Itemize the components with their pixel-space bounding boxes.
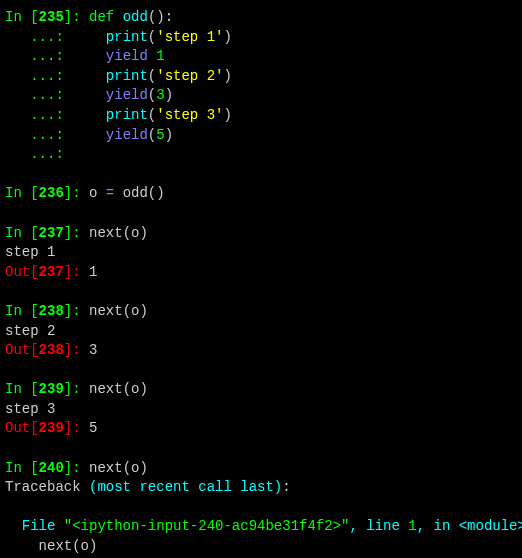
continuation-line: ...:	[5, 145, 517, 165]
continuation-line: ...: print('step 2')	[5, 67, 517, 87]
continuation-line: ...: yield(5)	[5, 126, 517, 146]
blank-line	[5, 361, 517, 381]
output-line: Out[237]: 1	[5, 263, 517, 283]
input-line: In [240]: next(o)	[5, 459, 517, 479]
output-line: Out[239]: 5	[5, 419, 517, 439]
blank-line	[5, 282, 517, 302]
continuation-line: ...: print('step 1')	[5, 28, 517, 48]
blank-line	[5, 204, 517, 224]
stdout-line: step 2	[5, 322, 517, 342]
input-line: In [238]: next(o)	[5, 302, 517, 322]
input-line: In [235]: def odd():	[5, 8, 517, 28]
input-line: In [237]: next(o)	[5, 224, 517, 244]
continuation-line: ...: print('step 3')	[5, 106, 517, 126]
blank-line	[5, 439, 517, 459]
blank-line	[5, 498, 517, 518]
terminal-output: In [235]: def odd(): ...: print('step 1'…	[5, 8, 517, 558]
output-line: Out[238]: 3	[5, 341, 517, 361]
continuation-line: ...: yield 1	[5, 47, 517, 67]
traceback-code-line: next(o)	[5, 537, 517, 557]
continuation-line: ...: yield(3)	[5, 86, 517, 106]
blank-line	[5, 165, 517, 185]
stdout-line: step 1	[5, 243, 517, 263]
traceback-file-line: File "<ipython-input-240-ac94be31f4f2>",…	[5, 517, 517, 537]
traceback-header: Traceback (most recent call last):	[5, 478, 517, 498]
input-line: In [239]: next(o)	[5, 380, 517, 400]
input-line: In [236]: o = odd()	[5, 184, 517, 204]
stdout-line: step 3	[5, 400, 517, 420]
